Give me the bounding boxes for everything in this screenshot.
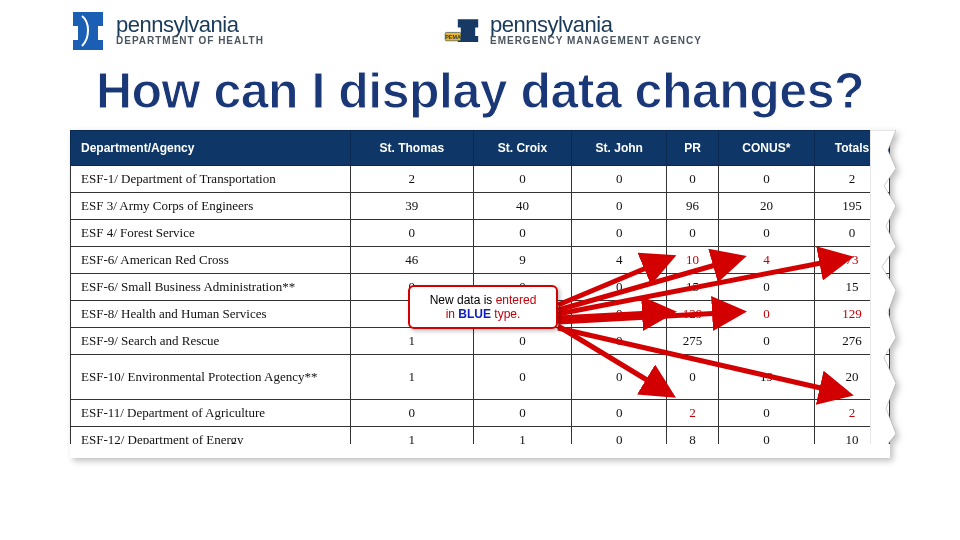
callout-box: New data is entered in BLUE type.: [408, 285, 558, 329]
cell: 10: [667, 247, 718, 274]
cell: 0: [718, 328, 814, 355]
row-label: ESF-8/ Health and Human Services: [71, 301, 351, 328]
col-conus: CONUS*: [718, 131, 814, 166]
pema-badge-text: PEMA: [445, 34, 461, 40]
cell: 4: [718, 247, 814, 274]
cell: 0: [473, 220, 571, 247]
cell: 0: [815, 220, 890, 247]
cell: 40: [473, 193, 571, 220]
cell: 9: [473, 247, 571, 274]
doh-logo-top: pennsylvania: [116, 13, 264, 36]
cell: 0: [572, 193, 667, 220]
col-st-croix: St. Croix: [473, 131, 571, 166]
cell: 0: [473, 166, 571, 193]
callout-line1: New data is entered: [410, 293, 556, 307]
row-label: ESF 4/ Forest Service: [71, 220, 351, 247]
cell: 0: [473, 400, 571, 427]
row-label: ESF-1/ Department of Transportation: [71, 166, 351, 193]
table-row: ESF 4/ Forest Service000000: [71, 220, 890, 247]
pema-logo: PEMA pennsylvania EMERGENCY MANAGEMENT A…: [444, 8, 702, 52]
table-row: ESF-11/ Department of Agriculture000202: [71, 400, 890, 427]
cell: 39: [351, 193, 474, 220]
cell: 0: [718, 274, 814, 301]
row-label: ESF-6/ American Red Cross: [71, 247, 351, 274]
cell: 0: [718, 166, 814, 193]
cell: 15: [667, 274, 718, 301]
cell: 0: [572, 400, 667, 427]
cell: 73: [815, 247, 890, 274]
slide-title: How can I display data changes?: [0, 62, 960, 120]
row-label: ESF-6/ Small Business Administration**: [71, 274, 351, 301]
cell: 0: [473, 328, 571, 355]
keystone-pema-icon: PEMA: [444, 8, 480, 52]
table-row: ESF 3/ Army Corps of Engineers3940096201…: [71, 193, 890, 220]
cell: 0: [572, 274, 667, 301]
cell: 20: [718, 193, 814, 220]
cell: 96: [667, 193, 718, 220]
cell: 275: [667, 328, 718, 355]
col-pr: PR: [667, 131, 718, 166]
table-row: ESF-1/ Department of Transportation20000…: [71, 166, 890, 193]
row-label: ESF-11/ Department of Agriculture: [71, 400, 351, 427]
cell: 0: [572, 328, 667, 355]
cell: 0: [572, 355, 667, 400]
cell: 1: [351, 355, 474, 400]
cell: 19: [718, 355, 814, 400]
row-label: ESF-10/ Environmental Protection Agency*…: [71, 355, 351, 400]
pema-logo-bottom: EMERGENCY MANAGEMENT AGENCY: [490, 36, 702, 47]
pema-logo-text: pennsylvania EMERGENCY MANAGEMENT AGENCY: [490, 13, 702, 47]
cell: 276: [815, 328, 890, 355]
doh-logo-bottom: DEPARTMENT OF HEALTH: [116, 36, 264, 47]
cell: 2: [667, 400, 718, 427]
col-st-thomas: St. Thomas: [351, 131, 474, 166]
cell: 0: [351, 400, 474, 427]
row-label: ESF-9/ Search and Rescue: [71, 328, 351, 355]
cell: 129: [667, 301, 718, 328]
cell: 20: [815, 355, 890, 400]
cell: 195: [815, 193, 890, 220]
cell: 0: [718, 301, 814, 328]
cell: 0: [667, 220, 718, 247]
cell: 0: [667, 166, 718, 193]
cell: 2: [815, 166, 890, 193]
logo-bar: pennsylvania DEPARTMENT OF HEALTH PEMA p…: [0, 0, 960, 56]
col-totals: Totals: [815, 131, 890, 166]
cell: 0: [473, 355, 571, 400]
cell: 0: [572, 301, 667, 328]
table-row: ESF-10/ Environmental Protection Agency*…: [71, 355, 890, 400]
pema-logo-top: pennsylvania: [490, 13, 702, 36]
data-table-container: Department/Agency St. Thomas St. Croix S…: [70, 130, 890, 454]
keystone-icon: [70, 8, 106, 52]
bottom-fade: [70, 444, 890, 458]
cell: 129: [815, 301, 890, 328]
doh-logo-text: pennsylvania DEPARTMENT OF HEALTH: [116, 13, 264, 47]
cell: 0: [667, 355, 718, 400]
cell: 0: [718, 400, 814, 427]
cell: 15: [815, 274, 890, 301]
doh-logo: pennsylvania DEPARTMENT OF HEALTH: [70, 8, 264, 52]
cell: 4: [572, 247, 667, 274]
cell: 1: [351, 328, 474, 355]
row-label: ESF 3/ Army Corps of Engineers: [71, 193, 351, 220]
cell: 46: [351, 247, 474, 274]
table-row: ESF-9/ Search and Rescue1002750276: [71, 328, 890, 355]
callout-line2: in BLUE type.: [410, 307, 556, 321]
cell: 2: [351, 166, 474, 193]
col-department: Department/Agency: [71, 131, 351, 166]
cell: 0: [718, 220, 814, 247]
col-st-john: St. John: [572, 131, 667, 166]
cell: 0: [572, 166, 667, 193]
table-row: ESF-6/ American Red Cross469410473: [71, 247, 890, 274]
cell: 0: [351, 220, 474, 247]
cell: 2: [815, 400, 890, 427]
table-header: Department/Agency St. Thomas St. Croix S…: [71, 131, 890, 166]
cell: 0: [572, 220, 667, 247]
